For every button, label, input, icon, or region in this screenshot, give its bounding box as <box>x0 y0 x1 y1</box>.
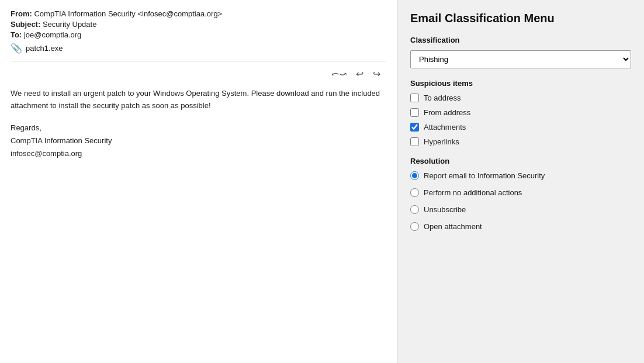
resolution-section: Resolution Report email to Information S… <box>410 157 631 231</box>
email-header: From: CompTIA Information Security <info… <box>11 9 386 54</box>
checkbox-attachments: Attachments <box>410 123 631 132</box>
radio-no-action: Perform no additional actions <box>410 188 631 197</box>
to-line: To: joe@comptia.org <box>11 30 386 39</box>
radio-no-action-input[interactable] <box>410 188 419 197</box>
attachment-row: 📎 patch1.exe <box>11 43 386 54</box>
subject-value: Security Update <box>43 20 97 29</box>
signature-line-2: CompTIA Information Security <box>11 134 386 147</box>
checkbox-hyperlinks: Hyperlinks <box>410 137 631 146</box>
checkbox-from-address: From address <box>410 108 631 117</box>
resolution-label: Resolution <box>410 157 631 165</box>
radio-no-action-label: Perform no additional actions <box>424 188 522 197</box>
email-signature: Regards, CompTIA Information Security in… <box>11 122 386 160</box>
radio-report-label: Report email to Information Security <box>424 171 545 180</box>
checkbox-attachments-label: Attachments <box>424 123 466 132</box>
checkbox-from-address-label: From address <box>424 108 470 117</box>
forward-button[interactable]: ↪ <box>371 67 383 81</box>
divider-1 <box>11 61 386 61</box>
checkbox-from-address-input[interactable] <box>410 108 419 117</box>
reply-all-button[interactable]: ⤺⤻ <box>329 67 349 81</box>
radio-open-attachment: Open attachment <box>410 222 631 231</box>
checkbox-attachments-input[interactable] <box>410 123 419 132</box>
classification-label: Classification <box>410 36 631 44</box>
email-body-text: We need to install an urgent patch to yo… <box>11 88 386 112</box>
from-line: From: CompTIA Information Security <info… <box>11 9 386 18</box>
email-body: We need to install an urgent patch to yo… <box>11 88 386 160</box>
checkbox-hyperlinks-label: Hyperlinks <box>424 137 459 146</box>
checkbox-to-address-label: To address <box>424 94 461 102</box>
radio-unsubscribe-label: Unsubscribe <box>424 205 466 214</box>
radio-report-input[interactable] <box>410 171 419 180</box>
to-label: To: <box>11 30 22 39</box>
attachment-filename: patch1.exe <box>26 44 63 53</box>
classification-select[interactable]: Phishing Spam Legitimate Unknown <box>410 50 631 68</box>
classification-panel: Email Classification Menu Classification… <box>397 0 644 363</box>
checkbox-hyperlinks-input[interactable] <box>410 137 419 146</box>
to-value: joe@comptia.org <box>24 30 81 39</box>
checkbox-to-address-input[interactable] <box>410 94 419 102</box>
subject-line: Subject: Security Update <box>11 20 386 29</box>
radio-report: Report email to Information Security <box>410 171 631 180</box>
radio-unsubscribe: Unsubscribe <box>410 205 631 214</box>
radio-open-attachment-label: Open attachment <box>424 222 482 231</box>
radio-open-attachment-input[interactable] <box>410 222 419 231</box>
from-label: From: <box>11 9 32 18</box>
suspicious-section: Suspicious items To address From address… <box>410 79 631 146</box>
attachment-icon: 📎 <box>11 43 22 54</box>
reply-button[interactable]: ↩ <box>354 67 366 81</box>
signature-line-1: Regards, <box>11 122 386 134</box>
email-panel: From: CompTIA Information Security <info… <box>0 0 397 363</box>
panel-title: Email Classification Menu <box>410 12 631 25</box>
signature-line-3: infosec@comptia.org <box>11 147 386 160</box>
email-toolbar: ⤺⤻ ↩ ↪ <box>11 67 386 81</box>
from-value: CompTIA Information Security <infosec@co… <box>34 9 222 18</box>
radio-unsubscribe-input[interactable] <box>410 205 419 214</box>
subject-label: Subject: <box>11 20 40 29</box>
checkbox-to-address: To address <box>410 94 631 102</box>
suspicious-label: Suspicious items <box>410 79 631 88</box>
